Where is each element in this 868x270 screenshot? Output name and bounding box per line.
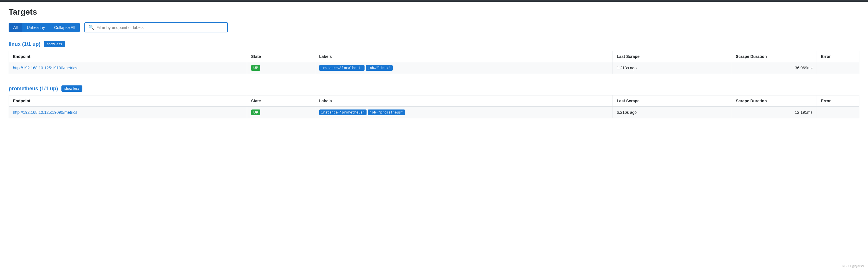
show-less-linux-btn[interactable]: show less xyxy=(44,41,65,47)
cell-state: UP xyxy=(247,62,315,74)
endpoint-link[interactable]: http://192.168.10.125:19090/metrics xyxy=(13,110,77,115)
filter-btn-group: All Unhealthy Collapse All xyxy=(9,23,80,32)
th-last-scrape-linux: Last Scrape xyxy=(613,51,732,62)
label-tag: instance="prometheus" xyxy=(319,109,367,115)
cell-error xyxy=(817,107,859,119)
cell-endpoint: http://192.168.10.125:19090/metrics xyxy=(9,107,247,119)
state-badge: UP xyxy=(251,65,260,71)
page-title: Targets xyxy=(9,7,859,16)
cell-labels: instance="prometheus"job="prometheus" xyxy=(315,107,613,119)
btn-unhealthy[interactable]: Unhealthy xyxy=(22,23,50,32)
show-less-prometheus-btn[interactable]: show less xyxy=(61,86,82,92)
linux-table: Endpoint State Labels Last Scrape Scrape… xyxy=(9,51,859,74)
section-linux: linux (1/1 up) show less Endpoint State … xyxy=(9,41,859,74)
state-badge: UP xyxy=(251,109,260,115)
prometheus-table-header-row: Endpoint State Labels Last Scrape Scrape… xyxy=(9,96,859,107)
cell-error xyxy=(817,62,859,74)
th-state-linux: State xyxy=(247,51,315,62)
table-row: http://192.168.10.125:19100/metricsUPins… xyxy=(9,62,859,74)
search-input[interactable] xyxy=(96,25,224,30)
section-linux-title: linux (1/1 up) xyxy=(9,41,40,47)
toolbar: All Unhealthy Collapse All 🔍 xyxy=(9,22,859,32)
cell-last-scrape: 1.213s ago xyxy=(613,62,732,74)
section-prometheus-title: prometheus (1/1 up) xyxy=(9,86,58,92)
btn-all[interactable]: All xyxy=(9,23,22,32)
section-prometheus: prometheus (1/1 up) show less Endpoint S… xyxy=(9,86,859,119)
btn-collapse-all[interactable]: Collapse All xyxy=(50,23,80,32)
label-tag: job="linux" xyxy=(366,65,392,71)
cell-last-scrape: 6.216s ago xyxy=(613,107,732,119)
section-linux-header: linux (1/1 up) show less xyxy=(9,41,859,47)
th-scrape-duration-linux: Scrape Duration xyxy=(732,51,817,62)
cell-scrape-duration: 12.195ms xyxy=(732,107,817,119)
th-error-prometheus: Error xyxy=(817,96,859,107)
cell-state: UP xyxy=(247,107,315,119)
search-icon: 🔍 xyxy=(88,25,94,30)
search-wrap: 🔍 xyxy=(84,22,228,32)
linux-table-header-row: Endpoint State Labels Last Scrape Scrape… xyxy=(9,51,859,62)
prometheus-table: Endpoint State Labels Last Scrape Scrape… xyxy=(9,95,859,119)
th-endpoint-linux: Endpoint xyxy=(9,51,247,62)
th-labels-linux: Labels xyxy=(315,51,613,62)
th-last-scrape-prometheus: Last Scrape xyxy=(613,96,732,107)
cell-labels: instance="localhost"job="linux" xyxy=(315,62,613,74)
cell-endpoint: http://192.168.10.125:19100/metrics xyxy=(9,62,247,74)
label-tag: instance="localhost" xyxy=(319,65,365,71)
th-endpoint-prometheus: Endpoint xyxy=(9,96,247,107)
th-state-prometheus: State xyxy=(247,96,315,107)
section-prometheus-header: prometheus (1/1 up) show less xyxy=(9,86,859,92)
table-row: http://192.168.10.125:19090/metricsUPins… xyxy=(9,107,859,119)
th-labels-prometheus: Labels xyxy=(315,96,613,107)
cell-scrape-duration: 36.969ms xyxy=(732,62,817,74)
endpoint-link[interactable]: http://192.168.10.125:19100/metrics xyxy=(13,66,77,70)
th-scrape-duration-prometheus: Scrape Duration xyxy=(732,96,817,107)
page-content: Targets All Unhealthy Collapse All 🔍 lin… xyxy=(0,2,868,141)
label-tag: job="prometheus" xyxy=(368,109,405,115)
th-error-linux: Error xyxy=(817,51,859,62)
